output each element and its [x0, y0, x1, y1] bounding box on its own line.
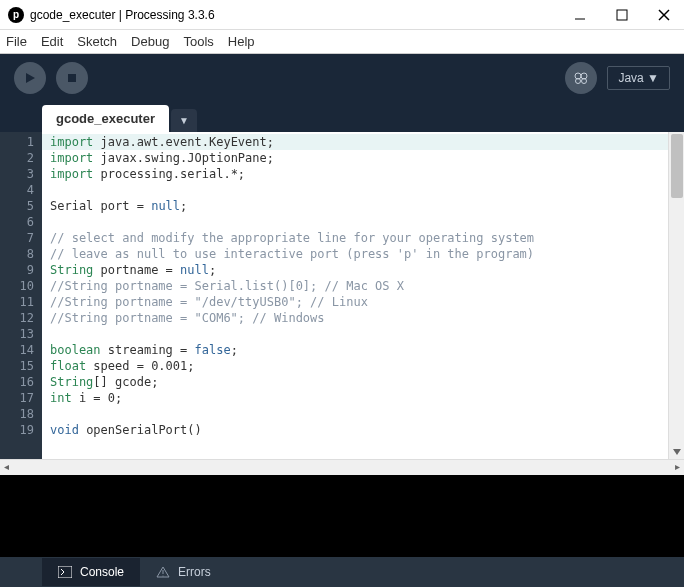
minimize-icon	[574, 9, 586, 21]
tab-console[interactable]: Console	[42, 558, 140, 586]
toolbar-right: Java ▼	[565, 62, 670, 94]
code-line[interactable]	[50, 214, 676, 230]
svg-marker-10	[673, 449, 681, 455]
tabbar: gcode_executer ▼	[0, 102, 684, 132]
code-line[interactable]: import javax.swing.JOptionPane;	[50, 150, 676, 166]
svg-point-14	[163, 576, 164, 577]
menu-sketch[interactable]: Sketch	[77, 34, 117, 49]
line-number: 5	[0, 198, 34, 214]
mode-selector[interactable]: Java ▼	[607, 66, 670, 90]
warning-icon	[156, 565, 170, 579]
line-number: 14	[0, 342, 34, 358]
menu-help[interactable]: Help	[228, 34, 255, 49]
line-number: 15	[0, 358, 34, 374]
stop-icon	[65, 71, 79, 85]
toolbar: Java ▼	[0, 54, 684, 102]
debug-button[interactable]	[565, 62, 597, 94]
horizontal-scrollbar[interactable]	[0, 459, 684, 475]
code-content[interactable]: import java.awt.event.KeyEvent;import ja…	[42, 132, 684, 459]
code-line[interactable]: float speed = 0.001;	[50, 358, 676, 374]
line-number: 11	[0, 294, 34, 310]
tab-gcode-executer[interactable]: gcode_executer	[42, 105, 169, 132]
line-number: 9	[0, 262, 34, 278]
tab-errors[interactable]: Errors	[140, 558, 227, 586]
svg-rect-11	[58, 566, 72, 578]
window-titlebar: p gcode_executer | Processing 3.3.6	[0, 0, 684, 30]
menubar: File Edit Sketch Debug Tools Help	[0, 30, 684, 54]
scroll-down-icon[interactable]	[672, 447, 682, 457]
line-number: 7	[0, 230, 34, 246]
menu-edit[interactable]: Edit	[41, 34, 63, 49]
window-title: gcode_executer | Processing 3.3.6	[30, 8, 215, 22]
app-icon: p	[8, 7, 24, 23]
minimize-button[interactable]	[568, 3, 592, 27]
line-number: 18	[0, 406, 34, 422]
code-line[interactable]	[50, 326, 676, 342]
code-line[interactable]: void openSerialPort()	[50, 422, 676, 438]
code-line[interactable]	[50, 406, 676, 422]
toolbar-left	[14, 62, 88, 94]
scrollbar-thumb[interactable]	[671, 134, 683, 198]
code-line[interactable]: import java.awt.event.KeyEvent;	[42, 134, 684, 150]
code-line[interactable]: // select and modify the appropriate lin…	[50, 230, 676, 246]
svg-rect-1	[617, 10, 627, 20]
line-number: 8	[0, 246, 34, 262]
code-line[interactable]: //String portname = "COM6"; // Windows	[50, 310, 676, 326]
console-output[interactable]	[0, 475, 684, 557]
code-editor[interactable]: 12345678910111213141516171819 import jav…	[0, 132, 684, 459]
code-line[interactable]: boolean streaming = false;	[50, 342, 676, 358]
titlebar-left: p gcode_executer | Processing 3.3.6	[8, 7, 215, 23]
line-number: 17	[0, 390, 34, 406]
line-number: 16	[0, 374, 34, 390]
line-number: 2	[0, 150, 34, 166]
line-number: 1	[0, 134, 34, 150]
line-number: 12	[0, 310, 34, 326]
svg-marker-4	[26, 73, 35, 83]
code-line[interactable]	[50, 182, 676, 198]
line-gutter: 12345678910111213141516171819	[0, 132, 42, 459]
tab-dropdown[interactable]: ▼	[171, 109, 197, 132]
line-number: 10	[0, 278, 34, 294]
bottom-tabbar: Console Errors	[0, 557, 684, 587]
maximize-icon	[616, 9, 628, 21]
code-line[interactable]: String[] gcode;	[50, 374, 676, 390]
code-line[interactable]: import processing.serial.*;	[50, 166, 676, 182]
close-icon	[658, 9, 670, 21]
code-line[interactable]: int i = 0;	[50, 390, 676, 406]
code-line[interactable]: Serial port = null;	[50, 198, 676, 214]
menu-file[interactable]: File	[6, 34, 27, 49]
stop-button[interactable]	[56, 62, 88, 94]
console-icon	[58, 565, 72, 579]
menu-tools[interactable]: Tools	[183, 34, 213, 49]
code-line[interactable]: //String portname = "/dev/ttyUSB0"; // L…	[50, 294, 676, 310]
line-number: 19	[0, 422, 34, 438]
butterfly-icon	[573, 70, 589, 86]
menu-debug[interactable]: Debug	[131, 34, 169, 49]
console-label: Console	[80, 565, 124, 579]
errors-label: Errors	[178, 565, 211, 579]
svg-rect-5	[68, 74, 76, 82]
code-line[interactable]: String portname = null;	[50, 262, 676, 278]
line-number: 6	[0, 214, 34, 230]
close-button[interactable]	[652, 3, 676, 27]
play-icon	[23, 71, 37, 85]
code-line[interactable]: //String portname = Serial.list()[0]; //…	[50, 278, 676, 294]
maximize-button[interactable]	[610, 3, 634, 27]
vertical-scrollbar[interactable]	[668, 132, 684, 459]
code-line[interactable]: // leave as null to use interactive port…	[50, 246, 676, 262]
line-number: 3	[0, 166, 34, 182]
line-number: 4	[0, 182, 34, 198]
line-number: 13	[0, 326, 34, 342]
run-button[interactable]	[14, 62, 46, 94]
window-controls	[568, 3, 676, 27]
